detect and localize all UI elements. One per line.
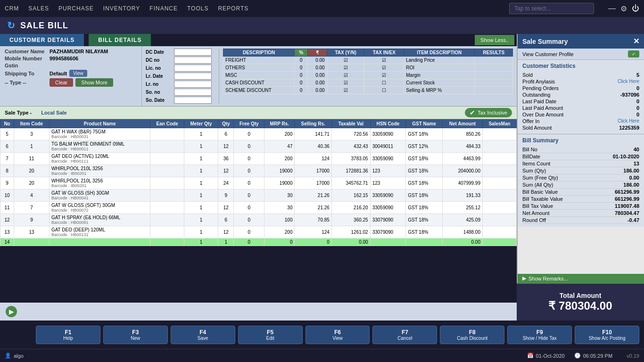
lr-date-label: Lr. Date xyxy=(146,74,172,79)
fkey-f9[interactable]: F9Show / Hide Tax xyxy=(507,326,572,344)
bill-sum-row: Net Amount 780304.47 xyxy=(522,210,639,217)
table-scroll[interactable]: NoItem CodeProduct NameEan CodeMeter Qty… xyxy=(0,119,517,303)
dc-no-input[interactable] xyxy=(174,57,212,64)
table-cell: 255.12 xyxy=(442,202,482,214)
fkey-f8[interactable]: F8Cash Discount xyxy=(440,326,504,344)
close-button[interactable]: ✕ xyxy=(633,37,639,46)
table-cell: 11 xyxy=(14,153,50,165)
fkey-f7[interactable]: F7Cancel xyxy=(372,326,437,344)
barcode: Barcode : HB00111 xyxy=(51,159,148,164)
table-cell: 200 xyxy=(264,153,295,165)
bill-sum-row: Round Off -0.47 xyxy=(522,217,639,224)
stat-value[interactable]: Click Here xyxy=(618,118,639,124)
lr-date-input[interactable] xyxy=(174,73,212,80)
desc-tax-yn: ☑ xyxy=(327,64,364,72)
barcode: Barcode : IB00201 xyxy=(51,171,148,176)
lic-no-input[interactable] xyxy=(174,65,212,72)
nav-right-arrow[interactable]: ▶ xyxy=(6,306,17,317)
table-cell xyxy=(483,226,517,239)
right-panel: Sale Summary ✕ View Customer Profile ✓ C… xyxy=(517,34,644,321)
bill-sum-label: Bill No xyxy=(522,147,537,152)
stat-row: Offer In Click Here xyxy=(522,118,639,124)
table-cell: GAT H WAX (B&R) 75GMBarcode : HB00031 xyxy=(49,128,150,140)
data-table: NoItem CodeProduct NameEan CodeMeter Qty… xyxy=(0,119,517,246)
lr-no-input[interactable] xyxy=(174,81,212,88)
show-more-button[interactable]: Show More xyxy=(75,78,113,87)
table-cell xyxy=(14,239,50,246)
total-bar: Total Amount ₹ 780304.00 xyxy=(517,283,644,321)
stat-row: Last Paid Amount 0 xyxy=(522,105,639,111)
barcode: Barcode : HB00131 xyxy=(51,232,148,237)
desc-item-desc: ROI xyxy=(404,64,475,72)
menu-inventory[interactable]: INVENTORY xyxy=(103,5,140,12)
customer-stats-title: Customer Statistics xyxy=(522,63,639,69)
menu-crm[interactable]: CRM xyxy=(5,5,19,12)
stat-value: 1225359 xyxy=(619,125,639,131)
view-button[interactable]: View xyxy=(69,70,87,77)
show-remarks-bar[interactable]: ▶ Show Remarks... xyxy=(518,274,644,283)
stat-row: Outstanding -937096 xyxy=(522,91,639,98)
table-cell: 6 xyxy=(218,214,233,226)
so-no-input[interactable] xyxy=(174,89,212,96)
menu-purchase[interactable]: PURCHASE xyxy=(58,5,94,12)
dc-no-row: DC no xyxy=(146,57,212,64)
menu-sales[interactable]: SALES xyxy=(28,5,49,12)
gstin-row: Gstin xyxy=(5,63,137,68)
table-cell: 172881.36 xyxy=(331,165,370,177)
stat-row: Over Due Amount 0 xyxy=(522,111,639,118)
menu-tools[interactable]: TOOLS xyxy=(187,5,208,12)
dc-no-label: DC no xyxy=(146,58,172,63)
product-name: GAT H SPRAY (E& HOLD) 66ML xyxy=(51,215,148,220)
table-cell xyxy=(483,153,517,165)
table-cell: 33079090 xyxy=(370,226,406,239)
barcode: Barcode : HB00072 xyxy=(51,208,148,213)
table-cell: 33059090 xyxy=(370,202,406,214)
table-cell: 19000 xyxy=(264,177,295,189)
tax-yn-header: TAX (Y/N) xyxy=(327,49,364,57)
username: algo xyxy=(14,353,24,359)
so-date-input[interactable] xyxy=(174,97,212,104)
table-cell: 20 xyxy=(14,165,50,177)
desc-name: OTHERS xyxy=(223,64,295,72)
sale-type-bar: Sale Type - Local Sale ✔ Tax Inclusive xyxy=(0,107,517,119)
customer-bill-area: Customer Name PAZHAMUDIR NILAYAM Mobile … xyxy=(0,46,517,107)
table-cell: 1 xyxy=(218,239,233,246)
arrow-right-icon: ▶ xyxy=(522,275,526,281)
search-input[interactable] xyxy=(509,3,594,14)
dc-date-input[interactable] xyxy=(174,49,212,56)
table-cell xyxy=(150,239,184,246)
bill-sum-value: 186.00 xyxy=(623,168,639,173)
show-less-button[interactable]: Show Less.. xyxy=(475,35,514,45)
table-cell: 14 xyxy=(0,239,14,246)
bill-sum-row: Bill Basic Value 661296.99 xyxy=(522,189,639,196)
fkey-f6[interactable]: F6View xyxy=(305,326,370,344)
status-user: 👤 algo xyxy=(5,353,24,359)
fkey-f3[interactable]: F3New xyxy=(103,326,168,344)
lic-no-label: Lic. no xyxy=(146,66,172,71)
bill-sum-label: Sum (All Qty) xyxy=(522,182,553,188)
fkey-f4[interactable]: F4Save xyxy=(171,326,235,344)
product-name: GAT W GLOSS (SOFT) 30GM xyxy=(51,203,148,208)
menu-reports[interactable]: REPORTS xyxy=(218,5,248,12)
settings-icon[interactable]: ⚙ xyxy=(620,4,627,13)
table-cell: 345762.71 xyxy=(331,177,370,189)
table-cell: 33059090 xyxy=(370,128,406,140)
stat-value[interactable]: Click Here xyxy=(618,79,639,84)
menu-items: CRM SALES PURCHASE INVENTORY FINANCE TOO… xyxy=(5,5,248,12)
customer-name-row: Customer Name PAZHAMUDIR NILAYAM xyxy=(5,49,137,54)
minimize-icon[interactable]: — xyxy=(608,4,616,13)
fkey-f10[interactable]: F10Show A/c Posting xyxy=(575,326,639,344)
fkey-f5[interactable]: F5Edit xyxy=(238,326,303,344)
fkey-f1[interactable]: F1Help xyxy=(36,326,100,344)
table-cell: 10 xyxy=(0,189,14,202)
fkey-desc: Cash Discount xyxy=(446,336,498,341)
menu-finance[interactable]: FINANCE xyxy=(149,5,178,12)
back-icon[interactable]: ↻ xyxy=(7,20,16,31)
power-icon[interactable]: ⏻ xyxy=(632,4,639,13)
clear-button[interactable]: Clear xyxy=(50,78,73,87)
mobile-row: Mobile Number 9994586606 xyxy=(5,56,137,61)
profile-toggle[interactable]: ✓ xyxy=(628,50,639,58)
table-cell: 200 xyxy=(264,226,295,239)
table-cell: GST 18% xyxy=(406,153,443,165)
desc-tax-inex: ☑ xyxy=(364,57,404,64)
